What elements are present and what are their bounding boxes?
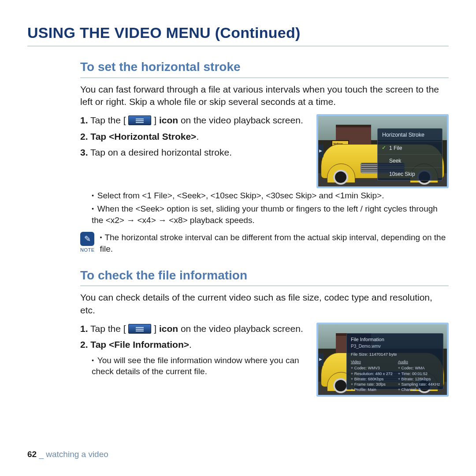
step-2: 2. Tap <Horizontal Stroke>. xyxy=(80,130,306,143)
info-line: + Codec: WMA xyxy=(398,365,440,371)
menu-item: Seek xyxy=(378,155,442,167)
step-1: 1. Tap the [ ] icon on the video playbac… xyxy=(80,114,306,126)
step-2: 2. Tap <File Information>. xyxy=(80,338,306,351)
note-icon: ✎ xyxy=(80,232,94,246)
info-line: + Bitrate: 128Kbps xyxy=(398,376,440,382)
note-label: NOTE xyxy=(80,247,95,253)
expand-icon xyxy=(318,145,324,158)
step-text: ] xyxy=(151,324,159,334)
step-text: on the video playback screen. xyxy=(178,324,303,334)
step-text: Tap the [ xyxy=(90,324,128,334)
screenshot-horizontal-stroke: Yellow Cab Co. Horizontal Stroke 1 File … xyxy=(316,114,449,188)
bullet: You will see the file information window… xyxy=(92,355,306,377)
step-text: ] xyxy=(151,115,159,125)
menu-header: Horizontal Stroke xyxy=(378,129,442,142)
step-3: 3. Tap on a desired horizontal stroke. xyxy=(80,146,306,159)
footer-sep: _ xyxy=(39,450,44,459)
step-text: . xyxy=(189,339,192,350)
chapter-name: watching a video xyxy=(46,450,108,459)
menu-item: 10sec Skip xyxy=(378,168,442,180)
expand-icon xyxy=(318,353,324,366)
info-line: + Time: 00:01:52 xyxy=(398,371,440,376)
info-header: File Information xyxy=(351,336,439,343)
step-text: icon xyxy=(159,115,178,125)
info-line: + Profile: Main xyxy=(351,387,393,392)
step-text: Tap on a desired horizontal stroke. xyxy=(90,147,232,157)
section-title: To check the file information xyxy=(80,267,449,286)
info-line: + Channel: 2 xyxy=(398,387,440,392)
step-text: <Horizontal Stroke> xyxy=(109,131,196,141)
menu-overlay: Horizontal Stroke 1 File Seek 10sec Skip xyxy=(377,128,443,180)
page-title: USING THE VIDEO MENU (Continued) xyxy=(27,23,449,46)
section-lead: You can check details of the current vid… xyxy=(80,291,449,316)
info-col-header: Video xyxy=(351,359,393,364)
page-footer: 62 _ watching a video xyxy=(27,449,108,460)
section-horizontal-stroke: To set the horizontal stroke You can fas… xyxy=(80,59,449,255)
step-text: . xyxy=(196,131,199,141)
menu-icon xyxy=(128,115,151,125)
note-text: The horizontal stroke interval can be di… xyxy=(100,232,449,254)
info-filename: P3_Demo.wmv xyxy=(351,343,439,350)
step-text: on the video playback screen. xyxy=(178,115,303,125)
page-number: 62 xyxy=(27,450,37,459)
menu-icon xyxy=(128,324,151,334)
step-text: Tap xyxy=(90,339,109,350)
step-text: Tap xyxy=(90,131,109,141)
info-col-header: Audio xyxy=(398,359,440,364)
screenshot-file-information: File Information P3_Demo.wmv File Size: … xyxy=(316,323,449,397)
bullet: Select from <1 File>, <Seek>, <10sec Ski… xyxy=(92,190,449,201)
bullet: When the <Seek> option is set, sliding y… xyxy=(92,203,449,226)
note: ✎ NOTE The horizontal stroke interval ca… xyxy=(80,232,449,254)
info-line: + Resolution: 480 x 272 xyxy=(351,371,393,376)
section-file-information: To check the file information You can ch… xyxy=(80,267,449,397)
section-lead: You can fast forward through a file at v… xyxy=(80,83,449,108)
file-info-overlay: File Information P3_Demo.wmv File Size: … xyxy=(346,333,443,390)
info-line: + Frame rate: 30fps xyxy=(351,382,393,387)
step-text: icon xyxy=(159,324,178,334)
info-line: + Sampling rate: 44KHz xyxy=(398,382,440,387)
info-line: + Codec: WMV3 xyxy=(351,365,393,371)
info-line: + Bitrate: 680Kbps xyxy=(351,376,393,382)
step-1: 1. Tap the [ ] icon on the video playbac… xyxy=(80,323,306,335)
section-title: To set the horizontal stroke xyxy=(80,59,449,78)
step-text: Tap the [ xyxy=(90,115,128,125)
step-text: <File Information> xyxy=(109,339,189,350)
info-filesize: File Size: 11470147 byte xyxy=(351,352,439,357)
menu-item: 1 File xyxy=(378,142,442,155)
